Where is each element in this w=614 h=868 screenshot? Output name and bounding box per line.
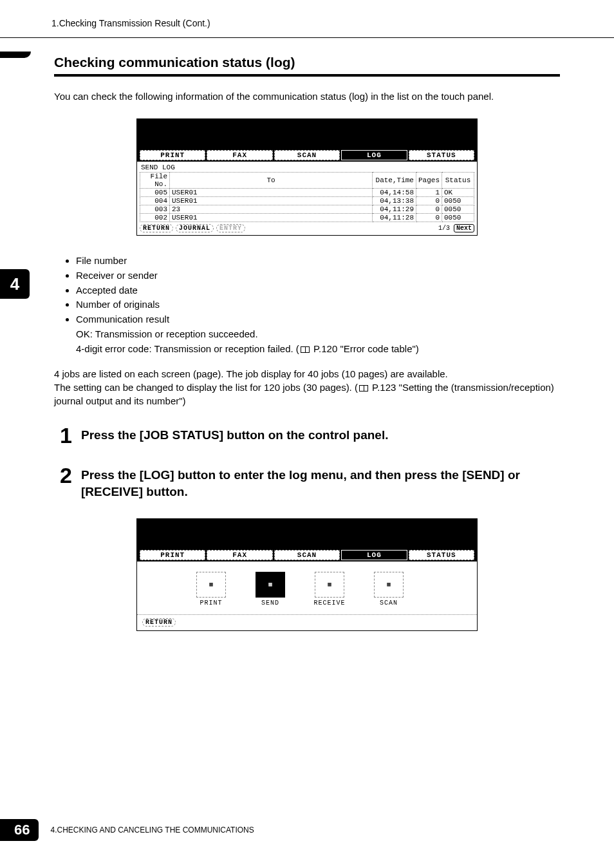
header-divider [0, 37, 614, 38]
info-bullet-list: File number Receiver or sender Accepted … [76, 254, 560, 355]
section-title: Checking communication status (log) [54, 55, 560, 70]
corner-decoration [0, 52, 31, 58]
manual-reference-icon [359, 385, 368, 392]
cell: 04,11:28 [372, 214, 416, 222]
step-2: 2 Press the [LOG] button to enter the lo… [54, 464, 560, 500]
step-number: 1 [54, 424, 72, 446]
cell: 003 [140, 205, 170, 214]
column-header: Date,Time [372, 173, 416, 189]
column-header: To [170, 173, 373, 189]
tab-status[interactable]: STATUS [409, 550, 474, 560]
page-number: 66 [0, 819, 39, 841]
table-row[interactable]: 0032304,11:2900050 [140, 205, 474, 214]
cell: 1 [416, 189, 442, 197]
cell: 04,13:38 [372, 197, 416, 205]
cell: OK [442, 189, 474, 197]
list-subtext: OK: Transmission or reception succeeded. [76, 327, 560, 341]
step-text: Press the [JOB STATUS] button on the con… [81, 424, 560, 446]
cell: 04,11:29 [372, 205, 416, 214]
scan-icon: ▦ [374, 572, 404, 598]
cell: USER01 [170, 197, 373, 205]
tab-log[interactable]: LOG [341, 550, 407, 560]
list-item: File number [76, 254, 560, 268]
page-indicator: 1/3 [438, 225, 450, 232]
cell: 004 [140, 197, 170, 205]
title-underline [54, 74, 560, 77]
intro-text: You can check the following information … [54, 90, 560, 103]
log-type-send[interactable]: ▦SEND [249, 572, 292, 607]
entry-button[interactable]: ENTRY [216, 224, 245, 232]
log-type-print[interactable]: ▦PRINT [190, 572, 232, 607]
step-number: 2 [54, 464, 72, 500]
table-row[interactable]: 002USER0104,11:2800050 [140, 214, 474, 222]
cell: 005 [140, 189, 170, 197]
manual-reference-icon [301, 346, 310, 353]
return-button[interactable]: RETURN [142, 618, 176, 627]
list-item: Accepted date [76, 283, 560, 297]
tab-print[interactable]: PRINT [140, 150, 205, 160]
print-icon: ▦ [196, 572, 226, 598]
tab-log[interactable]: LOG [341, 150, 407, 160]
return-button[interactable]: RETURN [140, 224, 173, 232]
step-text: Press the [LOG] button to enter the log … [81, 464, 560, 500]
cell: 002 [140, 214, 170, 222]
breadcrumb: 1.Checking Transmission Result (Cont.) [0, 0, 614, 37]
list-item: Number of originals [76, 297, 560, 312]
cell: 0050 [442, 214, 474, 222]
tab-print[interactable]: PRINT [140, 550, 205, 560]
cell: 0 [416, 197, 442, 205]
cell: 0 [416, 214, 442, 222]
column-header: File No. [140, 173, 170, 189]
tab-scan[interactable]: SCAN [274, 150, 340, 160]
journal-button[interactable]: JOURNAL [176, 224, 214, 232]
list-item: Receiver or sender [76, 269, 560, 283]
cell: USER01 [170, 214, 373, 222]
send-log-table: File No.ToDate,TimePagesStatus 005USER01… [140, 172, 474, 222]
tab-fax[interactable]: FAX [207, 550, 272, 560]
icon-label: PRINT [200, 599, 222, 607]
table-row[interactable]: 004USER0104,13:3800050 [140, 197, 474, 205]
column-header: Pages [416, 173, 442, 189]
cell: USER01 [170, 189, 373, 197]
touch-panel-screenshot-1: PRINTFAXSCANLOGSTATUS SEND LOG File No.T… [136, 118, 478, 236]
log-type-receive[interactable]: ▦RECEIVE [308, 572, 351, 607]
column-header: Status [442, 173, 474, 189]
cell: 0050 [442, 205, 474, 214]
log-type-scan[interactable]: ▦SCAN [367, 572, 410, 607]
footer-chapter-label: 4.CHECKING AND CANCELING THE COMMUNICATI… [50, 826, 254, 835]
list-subtext: 4-digit error code: Transmission or rece… [76, 342, 560, 356]
icon-label: SEND [261, 599, 279, 607]
icon-label: RECEIVE [313, 599, 345, 607]
lcd1-subtitle: SEND LOG [140, 163, 474, 172]
cell: 0050 [442, 197, 474, 205]
receive-icon: ▦ [315, 572, 344, 598]
page-footer: 66 4.CHECKING AND CANCELING THE COMMUNIC… [0, 819, 254, 841]
cell: 04,14:58 [372, 189, 416, 197]
list-item: Communication result [76, 312, 560, 326]
paragraph: 4 jobs are listed on each screen (page).… [54, 367, 560, 408]
cell: 23 [170, 205, 373, 214]
tab-status[interactable]: STATUS [409, 150, 474, 160]
send-icon: ▦ [256, 572, 285, 598]
table-row[interactable]: 005USER0104,14:581OK [140, 189, 474, 197]
cell: 0 [416, 205, 442, 214]
next-button[interactable]: Next [454, 224, 474, 232]
icon-label: SCAN [380, 599, 398, 607]
chapter-tab: 4 [0, 269, 30, 299]
step-1: 1 Press the [JOB STATUS] button on the c… [54, 424, 560, 446]
touch-panel-screenshot-2: PRINTFAXSCANLOGSTATUS ▦PRINT▦SEND▦RECEIV… [136, 518, 478, 631]
tab-scan[interactable]: SCAN [274, 550, 340, 560]
tab-fax[interactable]: FAX [207, 150, 272, 160]
